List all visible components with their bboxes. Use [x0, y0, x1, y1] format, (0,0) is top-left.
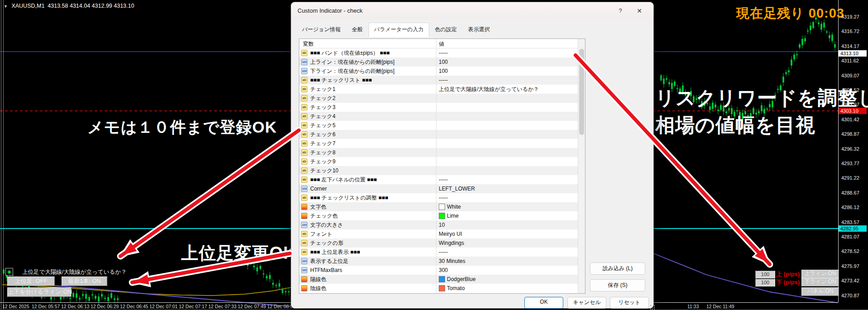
param-row[interactable]: abチェック1上位足で大陽線/大陰線が立っているか？ — [299, 85, 578, 94]
lower-pips-input[interactable]: 100 — [755, 279, 775, 286]
right-panel-button-1[interactable]: 上ライン:ON — [801, 270, 839, 278]
ab-param-icon: ab — [301, 176, 307, 183]
close-icon[interactable]: ✕ — [634, 6, 644, 16]
left-panel-button-2[interactable]: 最新1本: ON — [62, 277, 107, 286]
param-value[interactable]: White — [439, 202, 461, 211]
param-name: チェック6 — [310, 130, 336, 139]
param-name: 陰線色 — [310, 284, 326, 293]
param-row[interactable]: abチェック10 — [299, 166, 578, 175]
param-row[interactable]: 陽線色DodgerBlue — [299, 275, 578, 284]
reset-button[interactable]: リセット — [610, 297, 649, 309]
cancel-button[interactable]: キャンセル — [567, 297, 606, 309]
param-row[interactable]: ab■■■ 左下パネルの位置 ■■■----- — [299, 175, 578, 184]
param-row[interactable]: 123文字の大きさ10 — [299, 220, 578, 229]
param-value[interactable]: LEFT_LOWER — [439, 184, 475, 193]
chevron-down-icon[interactable]: ▼ — [4, 4, 8, 9]
param-name: 文字色 — [310, 202, 326, 211]
param-name: ■■■ 左下パネルの位置 ■■■ — [310, 175, 377, 184]
param-value[interactable]: Wingdings — [439, 238, 464, 248]
param-value[interactable]: Tomato — [439, 284, 465, 293]
load-button[interactable]: 読み込み (L) — [590, 262, 645, 275]
table-scrollbar[interactable] — [578, 39, 585, 293]
lower-pips-label: 下 (pips) — [776, 278, 800, 286]
ab-param-icon: ab — [301, 240, 307, 246]
param-row[interactable]: abチェックの形Wingdings — [299, 238, 578, 248]
checklist-checkbox[interactable]: ◆ — [5, 268, 13, 276]
diamond-check-icon: ◆ — [7, 269, 11, 274]
param-value[interactable]: 100 — [439, 57, 448, 67]
param-value[interactable]: 30 Minutes — [439, 257, 465, 266]
param-name: チェック5 — [310, 121, 336, 130]
param-row[interactable]: 123HTFMaxBars300 — [299, 266, 578, 275]
save-button[interactable]: 保存 (S) — [590, 279, 645, 291]
ok-button[interactable]: OK — [524, 297, 563, 309]
param-name: フォント — [310, 229, 332, 238]
param-row[interactable]: 123下ライン：現在値からの距離[pips]100 — [299, 67, 578, 76]
tab-色の設定[interactable]: 色の設定 — [430, 23, 462, 37]
param-row[interactable]: abチェック3 — [299, 103, 578, 112]
ab-param-icon: ab — [301, 77, 307, 83]
param-row[interactable]: abチェック4 — [299, 112, 578, 121]
param-row[interactable]: ab■■■ バンド（現在値±pips） ■■■----- — [299, 48, 578, 57]
123-param-icon: 123 — [301, 68, 307, 74]
param-row[interactable]: 文字色White — [299, 202, 578, 211]
symbol-ohlc-line: ▼ XAUUSD,M1 4313.58 4314.04 4312.99 4313… — [4, 3, 134, 9]
ab-param-icon: ab — [301, 104, 307, 110]
color-swatch — [439, 204, 445, 210]
mt4-chart-window: ▼ XAUUSD,M1 4313.58 4314.04 4312.99 4313… — [0, 0, 868, 310]
param-row[interactable]: abチェック5 — [299, 121, 578, 130]
ab-param-icon: ab — [301, 113, 307, 119]
param-row[interactable]: abチェック8 — [299, 148, 578, 157]
param-name: 下ライン：現在値からの距離[pips] — [310, 67, 394, 76]
tab-バージョン情報[interactable]: バージョン情報 — [297, 23, 346, 37]
scrollbar-thumb[interactable] — [579, 49, 584, 135]
param-name: Corner — [310, 184, 327, 193]
param-name: チェックの形 — [310, 238, 343, 248]
param-value[interactable]: ----- — [439, 76, 448, 85]
param-row[interactable]: abチェック2 — [299, 94, 578, 103]
left-panel-button-3[interactable]: 上下を分けるライン:ON — [7, 287, 72, 297]
param-row[interactable]: チェック色Lime — [299, 211, 578, 220]
param-row[interactable]: abチェック6 — [299, 130, 578, 139]
right-panel-button-3[interactable]: パネル:ON — [801, 287, 839, 296]
param-value[interactable]: DodgerBlue — [439, 275, 475, 284]
tab-表示選択[interactable]: 表示選択 — [463, 23, 495, 37]
param-row[interactable]: 陰線色Tomato — [299, 284, 578, 293]
param-row[interactable]: 123CornerLEFT_LOWER — [299, 184, 578, 193]
123-param-icon: 123 — [301, 222, 307, 228]
window-edge-line — [3, 0, 4, 310]
param-row[interactable]: 123表示する上位足30 Minutes — [299, 257, 578, 266]
param-value[interactable]: ----- — [439, 175, 448, 184]
table-header-row: 変数 値 — [299, 39, 585, 48]
param-row[interactable]: ab■■■ チェックリストの調整 ■■■----- — [299, 193, 578, 202]
param-value[interactable]: Meiryo UI — [439, 229, 462, 238]
resize-grip[interactable] — [650, 305, 651, 306]
param-value[interactable]: ----- — [439, 248, 448, 257]
param-value[interactable]: 100 — [439, 67, 448, 76]
param-name: チェック7 — [310, 139, 336, 148]
left-panel-button-1[interactable]: 上位足: OFF — [7, 277, 55, 286]
param-row[interactable]: 123上ライン：現在値からの距離[pips]100 — [299, 57, 578, 67]
param-row[interactable]: abチェック7 — [299, 139, 578, 148]
help-icon[interactable]: ? — [615, 6, 625, 16]
param-value[interactable]: ----- — [439, 48, 448, 57]
tab-パラメーターの入力[interactable]: パラメーターの入力 — [369, 23, 429, 37]
param-value[interactable]: 10 — [439, 220, 445, 229]
param-value[interactable]: ----- — [439, 193, 448, 202]
param-name: ■■■ チェックリストの調整 ■■■ — [310, 193, 388, 202]
param-row[interactable]: abフォントMeiryo UI — [299, 229, 578, 238]
param-row[interactable]: abチェック9 — [299, 157, 578, 166]
ab-param-icon: ab — [301, 50, 307, 56]
param-name: チェック3 — [310, 103, 336, 112]
dialog-title: Custom Indicator - check — [297, 7, 363, 14]
param-value[interactable]: Lime — [439, 211, 459, 220]
tab-全般[interactable]: 全般 — [346, 23, 368, 37]
right-panel-button-2[interactable]: 下ライン:ON — [801, 278, 839, 286]
param-row[interactable]: ab■■■ チェックリスト ■■■----- — [299, 76, 578, 85]
param-row[interactable]: ab■■■ 上位足表示 ■■■----- — [299, 248, 578, 257]
param-value[interactable]: 300 — [439, 266, 448, 275]
color-swatch — [439, 276, 445, 282]
param-value[interactable]: 上位足で大陽線/大陰線が立っているか？ — [439, 85, 539, 94]
color-param-icon — [301, 213, 307, 219]
upper-pips-input[interactable]: 100 — [755, 271, 775, 278]
